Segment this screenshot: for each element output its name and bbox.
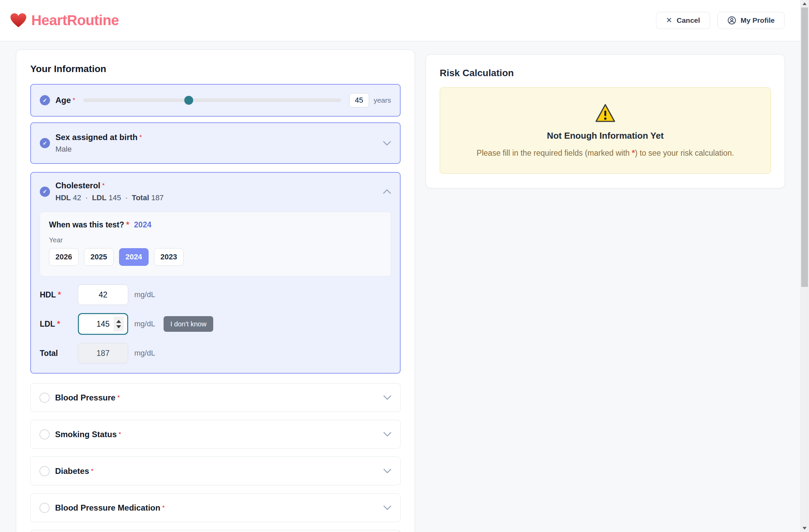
scrollbar-thumb[interactable] — [801, 7, 808, 287]
warning-title: Not Enough Information Yet — [547, 131, 663, 141]
required-asterisk: * — [73, 97, 75, 103]
summary-total-value: 187 — [151, 193, 164, 202]
required-asterisk: * — [58, 290, 61, 299]
your-information-card: Your Information ✓ Age * years ✓ Sex ass… — [16, 50, 415, 532]
chevron-down-icon[interactable] — [383, 395, 391, 400]
my-profile-button[interactable]: My Profile — [718, 12, 785, 29]
year-option[interactable]: 2024 — [119, 248, 149, 266]
separator: · — [125, 193, 128, 202]
chevron-down-icon[interactable] — [383, 432, 391, 437]
total-field-row: Total mg/dL — [40, 343, 391, 363]
total-input — [78, 343, 128, 363]
number-stepper[interactable] — [114, 316, 124, 331]
header-actions: ✕ Cancel My Profile — [656, 12, 785, 29]
scrollbar-down-arrow[interactable] — [800, 525, 809, 532]
warning-triangle-icon — [595, 103, 616, 123]
required-asterisk: * — [139, 134, 141, 140]
age-value-input[interactable] — [349, 93, 369, 107]
test-year-value: 2024 — [134, 220, 151, 229]
close-icon: ✕ — [666, 16, 672, 25]
age-slider-track[interactable] — [83, 99, 341, 102]
risk-calculation-title: Risk Calculation — [440, 68, 771, 79]
separator: · — [85, 193, 88, 202]
required-asterisk: * — [117, 395, 119, 401]
ldl-input[interactable]: 145 — [78, 313, 128, 335]
page-scrollbar[interactable] — [800, 0, 809, 532]
chevron-down-icon[interactable] — [383, 505, 391, 510]
age-slider-thumb[interactable] — [184, 96, 193, 105]
incomplete-circle-icon — [39, 429, 50, 440]
summary-hdl-label: HDL — [55, 193, 71, 202]
heart-icon — [10, 13, 27, 28]
required-asterisk: * — [57, 320, 60, 329]
sex-label: Sex assigned at birth — [55, 133, 137, 142]
warning-message-suffix: ) to see your risk calculation. — [635, 149, 734, 157]
cholesterol-header[interactable]: ✓ Cholesterol * HDL 42 · LDL 145 · Total… — [40, 181, 391, 202]
incomplete-circle-icon — [39, 503, 50, 513]
cholesterol-label: Cholesterol — [55, 181, 100, 190]
required-asterisk: * — [162, 505, 164, 511]
age-slider[interactable] — [83, 96, 341, 105]
cholesterol-section: ✓ Cholesterol * HDL 42 · LDL 145 · Total… — [30, 172, 401, 374]
year-options: 2026 2025 2024 2023 — [49, 248, 382, 266]
user-icon — [727, 16, 736, 25]
ldl-field-row: LDL * 145 mg/dL I don't know — [40, 313, 391, 335]
required-asterisk: * — [102, 183, 104, 189]
total-unit-label: mg/dL — [134, 349, 159, 358]
app-header: HeartRoutine ✕ Cancel My Profile — [0, 0, 800, 41]
next-section-partial[interactable] — [30, 530, 401, 532]
year-option[interactable]: 2025 — [84, 248, 114, 266]
required-asterisk: * — [632, 149, 635, 157]
cholesterol-summary: HDL 42 · LDL 145 · Total 187 — [55, 193, 164, 202]
chevron-down-icon[interactable] — [383, 468, 391, 474]
summary-ldl-label: LDL — [92, 193, 106, 202]
my-profile-button-label: My Profile — [741, 16, 775, 24]
year-option[interactable]: 2026 — [49, 248, 79, 266]
not-enough-info-warning: Not Enough Information Yet Please fill i… — [440, 87, 771, 174]
required-asterisk: * — [119, 431, 121, 437]
risk-calculation-card: Risk Calculation Not Enough Information … — [426, 54, 785, 188]
ldl-label: LDL — [40, 320, 55, 329]
smoking-status-label: Smoking Status — [55, 430, 117, 439]
ldl-unit-label: mg/dL — [134, 320, 159, 328]
hdl-input[interactable] — [78, 285, 128, 305]
chevron-down-icon[interactable] — [383, 141, 391, 146]
blood-pressure-section[interactable]: Blood Pressure * — [30, 383, 401, 412]
hdl-label: HDL — [40, 290, 56, 299]
incomplete-circle-icon — [39, 393, 50, 403]
test-year-panel: When was this test? * 2024 Year 2026 202… — [40, 212, 391, 276]
cancel-button[interactable]: ✕ Cancel — [656, 12, 710, 29]
warning-message-prefix: Please fill in the required fields (mark… — [477, 149, 632, 157]
summary-total-label: Total — [132, 193, 149, 202]
total-label: Total — [40, 349, 58, 358]
stepper-down-icon[interactable] — [116, 325, 121, 328]
age-label: Age — [55, 96, 71, 105]
blood-pressure-label: Blood Pressure — [55, 393, 115, 402]
completed-check-icon: ✓ — [40, 138, 50, 148]
sex-section[interactable]: ✓ Sex assigned at birth * Male — [30, 122, 401, 164]
age-section[interactable]: ✓ Age * years — [30, 84, 401, 117]
stepper-up-icon[interactable] — [116, 320, 121, 323]
smoking-status-section[interactable]: Smoking Status * — [30, 420, 401, 449]
warning-message: Please fill in the required fields (mark… — [477, 149, 734, 158]
completed-check-icon: ✓ — [40, 95, 50, 105]
hdl-unit-label: mg/dL — [134, 290, 159, 299]
scrollbar-up-arrow[interactable] — [800, 0, 809, 7]
app-logo: HeartRoutine — [10, 12, 119, 29]
blood-pressure-medication-section[interactable]: Blood Pressure Medication * — [30, 493, 401, 522]
cancel-button-label: Cancel — [677, 16, 700, 24]
hdl-field-row: HDL * mg/dL — [40, 285, 391, 305]
chevron-up-icon[interactable] — [383, 189, 391, 194]
sex-value: Male — [55, 145, 142, 154]
ldl-value: 145 — [97, 320, 109, 329]
required-asterisk: * — [126, 220, 129, 229]
year-field-label: Year — [49, 236, 382, 244]
completed-check-icon: ✓ — [40, 187, 50, 197]
diabetes-section[interactable]: Diabetes * — [30, 457, 401, 485]
summary-ldl-value: 145 — [108, 193, 121, 202]
summary-hdl-value: 42 — [73, 193, 81, 202]
test-question-label: When was this test? — [49, 220, 124, 229]
year-option[interactable]: 2023 — [154, 248, 184, 266]
your-information-title: Your Information — [30, 64, 401, 74]
i-dont-know-button[interactable]: I don't know — [164, 316, 213, 332]
